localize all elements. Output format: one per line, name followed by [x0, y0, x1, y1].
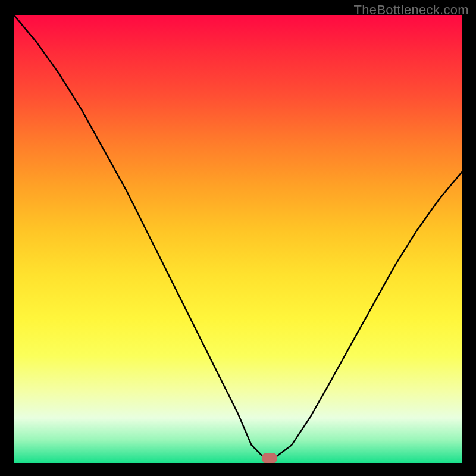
optimum-marker: [262, 453, 277, 463]
plot-area: [14, 15, 462, 463]
curve-svg: [14, 15, 462, 463]
bottleneck-curve-path: [14, 15, 462, 458]
chart-stage: TheBottleneck.com: [0, 0, 476, 476]
watermark-text: TheBottleneck.com: [354, 2, 469, 18]
